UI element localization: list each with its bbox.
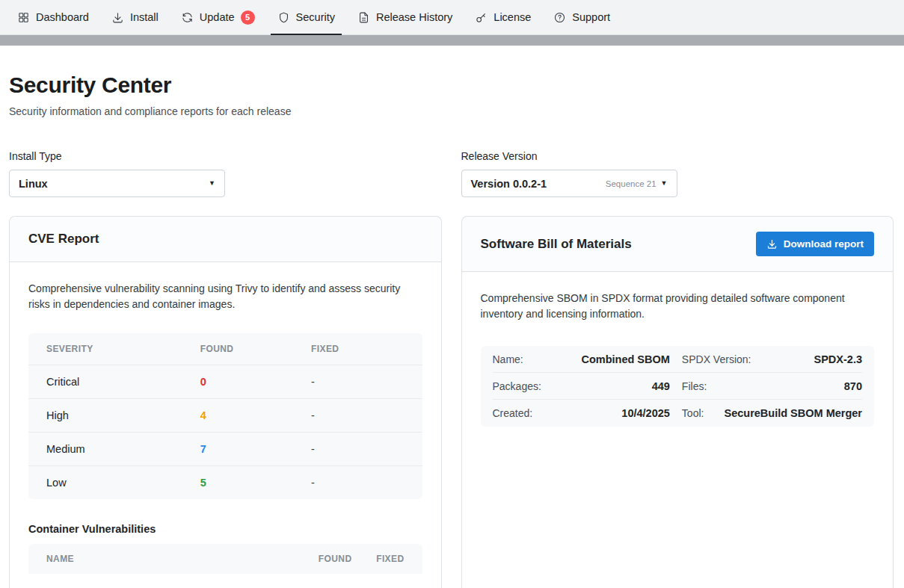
sbom-info-row: Packages: 449 Files: 870 xyxy=(493,373,863,400)
container-vulnerabilities-header: NAME FOUND FIXED xyxy=(28,544,422,574)
info-value: 10/4/2025 xyxy=(621,407,670,419)
severity-found-count: 7 xyxy=(200,443,311,455)
severity-name: High xyxy=(46,409,200,421)
cve-report-description: Comprehensive vulnerability scanning usi… xyxy=(28,281,417,312)
main-content: Security Center Security information and… xyxy=(0,46,904,588)
nav-item-label: Install xyxy=(130,11,159,23)
dashboard-icon xyxy=(17,11,30,24)
top-navigation: Dashboard Install Update 5 Security Rele… xyxy=(0,0,904,35)
severity-fixed-count: - xyxy=(311,477,404,489)
sbom-info-panel: Name: Combined SBOM SPDX Version: SPDX-2… xyxy=(481,346,875,427)
nav-item-label: Support xyxy=(572,11,610,23)
name-header-cell: NAME xyxy=(46,554,285,564)
nav-item-dashboard[interactable]: Dashboard xyxy=(6,0,100,34)
download-icon xyxy=(766,238,778,250)
update-icon xyxy=(181,11,194,24)
nav-item-support[interactable]: Support xyxy=(542,0,621,34)
cve-report-header: CVE Report xyxy=(10,217,441,262)
sbom-description: Comprehensive SBOM in SPDX format provid… xyxy=(481,291,870,322)
install-type-value: Linux xyxy=(19,178,48,190)
info-label: Created: xyxy=(493,407,533,419)
install-type-label: Install Type xyxy=(9,150,442,162)
install-type-filter: Install Type Linux ▼ xyxy=(9,150,442,197)
download-report-button[interactable]: Download report xyxy=(756,232,874,256)
update-count-badge: 5 xyxy=(241,10,255,25)
nav-item-label: Update xyxy=(200,11,235,23)
release-version-label: Release Version xyxy=(461,150,894,162)
found-header-cell: FOUND xyxy=(200,344,311,354)
filters-row: Install Type Linux ▼ Release Version Ver… xyxy=(9,150,894,197)
key-icon xyxy=(475,11,488,24)
chevron-down-icon: ▼ xyxy=(209,180,215,187)
severity-name: Low xyxy=(46,477,200,489)
info-value: Combined SBOM xyxy=(581,353,669,365)
fixed-header-cell: FIXED xyxy=(311,344,404,354)
install-type-select[interactable]: Linux ▼ xyxy=(9,170,225,197)
table-row: Critical 0 - xyxy=(28,365,422,398)
severity-header-cell: SEVERITY xyxy=(46,344,200,354)
sbom-title: Software Bill of Materials xyxy=(481,237,632,252)
severity-name: Medium xyxy=(46,443,200,455)
chevron-down-icon: ▼ xyxy=(661,180,668,187)
severity-table-header: SEVERITY FOUND FIXED xyxy=(28,333,422,365)
severity-found-count: 5 xyxy=(200,477,311,489)
table-row: Low 5 - xyxy=(28,465,422,499)
info-value: 870 xyxy=(844,380,862,392)
nav-item-security[interactable]: Security xyxy=(266,0,346,34)
nav-item-install[interactable]: Install xyxy=(100,0,170,34)
release-version-select[interactable]: Version 0.0.2-1 Sequence 21 ▼ xyxy=(461,170,677,197)
cve-report-title: CVE Report xyxy=(28,232,99,247)
release-version-value: Version 0.0.2-1 xyxy=(471,178,547,190)
shield-icon xyxy=(277,11,290,24)
found-header-cell: FOUND xyxy=(285,554,352,564)
release-sequence-label: Sequence 21 xyxy=(606,179,657,188)
release-version-filter: Release Version Version 0.0.2-1 Sequence… xyxy=(461,150,894,197)
sbom-info-row: Created: 10/4/2025 Tool: SecureBuild SBO… xyxy=(493,400,863,427)
info-value: SPDX-2.3 xyxy=(814,353,862,365)
nav-item-label: License xyxy=(493,11,531,23)
cards-row: CVE Report Comprehensive vulnerability s… xyxy=(9,216,894,588)
fixed-header-cell: FIXED xyxy=(352,554,405,564)
top-divider-strip xyxy=(0,35,904,46)
sbom-body: Comprehensive SBOM in SPDX format provid… xyxy=(462,272,894,445)
cve-report-body: Comprehensive vulnerability scanning usi… xyxy=(10,262,441,588)
document-icon xyxy=(357,11,370,24)
info-label: SPDX Version: xyxy=(682,353,751,365)
severity-fixed-count: - xyxy=(311,409,404,421)
severity-fixed-count: - xyxy=(311,443,404,455)
severity-fixed-count: - xyxy=(311,376,404,388)
sbom-card: Software Bill of Materials Download repo… xyxy=(461,216,894,588)
nav-item-release-history[interactable]: Release History xyxy=(346,0,464,34)
sbom-header: Software Bill of Materials Download repo… xyxy=(462,217,894,272)
download-report-label: Download report xyxy=(784,238,864,250)
nav-item-label: Security xyxy=(296,11,335,23)
severity-found-count: 0 xyxy=(200,376,311,388)
table-row: High 4 - xyxy=(28,398,422,432)
info-label: Packages: xyxy=(493,380,541,392)
page-subtitle: Security information and compliance repo… xyxy=(9,105,894,117)
table-row: Medium 7 - xyxy=(28,432,422,465)
container-vulnerabilities-table: NAME FOUND FIXED xyxy=(28,544,422,574)
nav-item-label: Dashboard xyxy=(36,11,89,23)
severity-table: SEVERITY FOUND FIXED Critical 0 - High 4… xyxy=(28,333,422,499)
nav-item-update[interactable]: Update 5 xyxy=(170,0,266,34)
sbom-info-row: Name: Combined SBOM SPDX Version: SPDX-2… xyxy=(493,346,863,373)
severity-found-count: 4 xyxy=(200,409,311,421)
severity-name: Critical xyxy=(46,376,200,388)
container-vulnerabilities-title: Container Vulnerabilities xyxy=(28,523,422,535)
info-label: Tool: xyxy=(682,407,704,419)
info-value: SecureBuild SBOM Merger xyxy=(724,407,862,419)
nav-item-label: Release History xyxy=(376,11,452,23)
info-label: Name: xyxy=(493,353,523,365)
page-title: Security Center xyxy=(9,72,894,98)
cve-report-card: CVE Report Comprehensive vulnerability s… xyxy=(9,216,442,588)
info-label: Files: xyxy=(682,380,707,392)
nav-item-license[interactable]: License xyxy=(464,0,542,34)
help-icon xyxy=(553,11,566,24)
info-value: 449 xyxy=(652,380,670,392)
install-icon xyxy=(111,11,124,24)
